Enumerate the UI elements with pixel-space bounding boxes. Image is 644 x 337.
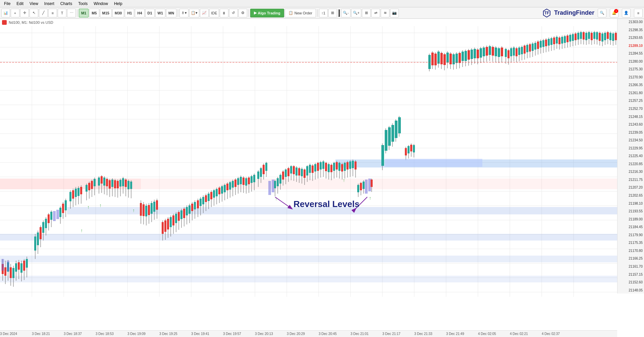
svg-rect-404 [569, 35, 571, 42]
time-label-11: 3 Dec 21:01 [351, 332, 369, 336]
tradingfinder-logo-icon: TF [542, 8, 551, 18]
price-21166: 21166.25 [619, 257, 643, 260]
timeframe-m1[interactable]: M1 [79, 9, 89, 17]
svg-rect-138 [162, 222, 164, 234]
time-label-6: 3 Dec 19:41 [191, 332, 209, 336]
sync-button[interactable]: ⇌ [371, 9, 380, 17]
timeframe-h1[interactable]: H1 [125, 9, 134, 17]
pause-button[interactable]: ⏸ [220, 9, 228, 17]
svg-rect-348 [492, 47, 494, 56]
svg-rect-238 [304, 170, 306, 178]
ide-button[interactable]: IDE [209, 9, 219, 17]
svg-rect-250 [320, 162, 322, 170]
chart-type-dropdown[interactable]: 🕯▾ [179, 9, 189, 17]
crosshair-button[interactable]: ✛ [20, 9, 29, 17]
price-21189: 21189.00 [619, 217, 643, 221]
line-tool-button[interactable]: ╱ [39, 9, 48, 17]
menu-item-window[interactable]: Window [91, 1, 111, 7]
svg-rect-164 [197, 200, 199, 208]
svg-rect-334 [471, 50, 473, 59]
menu-item-view[interactable]: View [27, 1, 41, 7]
price-21261: 21261.80 [619, 91, 643, 95]
svg-rect-240 [306, 166, 308, 176]
zoom-in-button[interactable]: + [11, 9, 19, 17]
price-21207: 21207.20 [619, 186, 643, 189]
svg-rect-304 [413, 145, 415, 152]
play-icon: ▶ [254, 11, 257, 15]
screenshot-button[interactable]: 📷 [390, 9, 399, 17]
svg-rect-108 [111, 180, 113, 187]
search-button[interactable]: 🔍 [598, 9, 606, 17]
profile-button[interactable]: 👤 [622, 9, 631, 17]
template-button[interactable]: 📋▾ [189, 9, 199, 17]
svg-rect-78 [65, 200, 67, 210]
price-21252: 21252.70 [619, 107, 643, 111]
time-label-5: 3 Dec 19:25 [159, 332, 177, 336]
menu-item-file[interactable]: File [1, 1, 13, 7]
settings-button[interactable]: ⚙ [238, 9, 247, 17]
arrow-tool-button[interactable]: ↖ [30, 9, 38, 17]
grid-button[interactable]: ⊞ [328, 9, 337, 17]
level-up-button[interactable]: ↑1 [319, 9, 328, 17]
svg-rect-184 [224, 185, 226, 192]
svg-rect-104 [106, 179, 108, 186]
svg-rect-234 [298, 168, 300, 176]
svg-rect-400 [564, 36, 566, 43]
more-tools-button[interactable]: ⋯ [67, 9, 76, 17]
indicators-button[interactable]: 📈 [200, 9, 209, 17]
menu-item-edit[interactable]: Edit [14, 1, 26, 7]
svg-rect-438 [615, 33, 617, 40]
price-21225: 21225.40 [619, 154, 643, 158]
svg-rect-420 [591, 33, 593, 40]
new-order-button[interactable]: 📋 New Order [285, 9, 316, 17]
chart-info-text: Nd100, M1: Nd100 vs USD [9, 20, 53, 24]
logo-area: TF TradingFinder [542, 8, 594, 18]
svg-rect-260 [333, 163, 335, 171]
zoom-out-button[interactable]: 🔍- [341, 9, 351, 17]
menu-item-tools[interactable]: Tools [75, 1, 90, 7]
timeframe-m30[interactable]: M30 [112, 9, 124, 17]
svg-rect-80 [69, 192, 71, 201]
text-tool-button[interactable]: T [58, 9, 66, 17]
svg-rect-220 [279, 175, 281, 184]
time-axis: 3 Dec 2024 3 Dec 18:21 3 Dec 18:37 3 Dec… [0, 330, 617, 337]
compare-button[interactable]: ≋ [381, 9, 389, 17]
svg-rect-276 [355, 161, 357, 170]
svg-rect-282 [363, 182, 365, 189]
svg-rect-204 [251, 176, 253, 183]
svg-rect-46 [10, 267, 12, 278]
settings2-button[interactable]: ≡ [634, 9, 643, 17]
zoom-in2-button[interactable]: 🔍+ [351, 9, 361, 17]
table-view-button[interactable]: ⊞ [362, 9, 371, 17]
refresh-button[interactable]: ↺ [229, 9, 238, 17]
svg-rect-86 [77, 188, 79, 196]
svg-rect-244 [312, 165, 314, 173]
menu-item-help[interactable]: Help [111, 1, 125, 7]
menu-item-charts[interactable]: Charts [58, 1, 75, 7]
svg-rect-290 [388, 127, 391, 146]
svg-rect-158 [189, 205, 191, 214]
timeframe-w1[interactable]: W1 [155, 9, 166, 17]
separator-3 [249, 9, 249, 17]
fib-tool-button[interactable]: ≡ [48, 9, 57, 17]
price-21293: 21293.65 [619, 36, 643, 40]
menu-item-insert[interactable]: Insert [42, 1, 57, 7]
separator-4 [317, 9, 318, 17]
timeframe-h4[interactable]: H4 [135, 9, 144, 17]
new-chart-button[interactable]: 📊 [1, 9, 10, 17]
price-21220: 21220.85 [619, 162, 643, 166]
purple-candle-1 [1, 259, 4, 271]
candlestick-chart[interactable]: ↑ ↑ ↑ ↑ ↑ ↑ ↑ [0, 26, 617, 297]
price-21229: 21229.95 [619, 146, 643, 150]
svg-rect-52 [18, 262, 20, 270]
support-band-4 [0, 276, 617, 282]
timeframe-d1[interactable]: D1 [145, 9, 155, 17]
algo-trading-button[interactable]: ▶ Algo Trading [250, 9, 284, 17]
svg-rect-390 [550, 38, 552, 45]
timeframe-m15[interactable]: M15 [100, 9, 112, 17]
svg-rect-398 [561, 37, 563, 44]
timeframe-mn[interactable]: MN [166, 9, 176, 17]
timeframe-m5[interactable]: M5 [89, 9, 99, 17]
svg-rect-56 [23, 261, 25, 271]
notification-button[interactable]: 🔔1 [610, 9, 619, 17]
